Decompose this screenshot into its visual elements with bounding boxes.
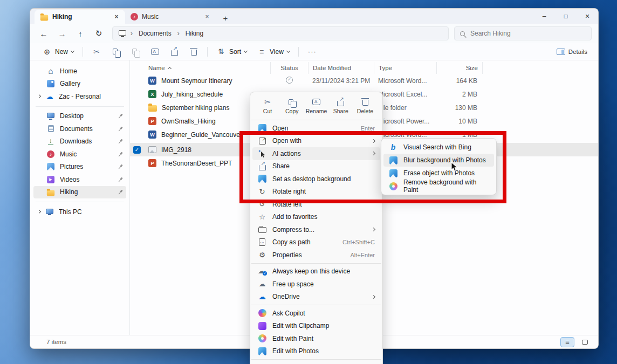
sidebar-item-videos[interactable]: Videos bbox=[33, 173, 126, 186]
submenu-chevron-icon bbox=[372, 139, 375, 143]
menu-item-add-to-favorites[interactable]: Add to favorites bbox=[252, 211, 380, 224]
cut-quick-button[interactable]: Cut bbox=[256, 96, 279, 116]
cut-button[interactable] bbox=[87, 45, 106, 59]
menu-item-rotate-left[interactable]: Rotate left bbox=[252, 198, 380, 211]
icons-view-button[interactable] bbox=[578, 337, 592, 347]
file-type: Microsoft Word... bbox=[374, 131, 436, 139]
minimize-button[interactable] bbox=[533, 9, 555, 24]
menu-item-rotate-right[interactable]: Rotate right bbox=[252, 186, 380, 198]
submenu-item-visual-search-bing[interactable]: Visual Search with Bing bbox=[383, 141, 494, 154]
music-icon bbox=[131, 13, 138, 20]
this-pc-icon bbox=[46, 209, 53, 214]
sidebar-item-downloads[interactable]: Downloads bbox=[33, 135, 126, 148]
properties-icon bbox=[258, 251, 266, 259]
share-button[interactable] bbox=[165, 45, 183, 59]
view-button[interactable]: View bbox=[252, 45, 294, 59]
sidebar-item-this-pc[interactable]: This PC bbox=[33, 205, 126, 218]
back-button[interactable]: ← bbox=[36, 26, 52, 41]
menu-item-onedrive[interactable]: OneDrive bbox=[252, 291, 380, 304]
submenu-item-erase-object-photos[interactable]: Erase object with Photos bbox=[383, 167, 494, 180]
music-icon bbox=[47, 150, 54, 158]
powerpoint-file-icon bbox=[148, 159, 156, 167]
menu-item-show-more-options[interactable]: Show more options bbox=[252, 361, 380, 364]
copy-button[interactable] bbox=[107, 45, 125, 59]
rename-button[interactable] bbox=[146, 45, 164, 59]
delete-button[interactable] bbox=[184, 45, 203, 59]
new-tab-button[interactable] bbox=[219, 12, 232, 24]
menu-item-edit-with-photos[interactable]: Edit with Photos bbox=[252, 345, 380, 358]
menu-item-set-as-desktop-background[interactable]: Set as desktop background bbox=[252, 173, 380, 186]
pin-icon bbox=[116, 176, 124, 183]
search-box[interactable] bbox=[454, 26, 592, 40]
share-icon bbox=[171, 50, 178, 56]
sidebar-item-onedrive-personal[interactable]: Zac - Personal bbox=[33, 90, 126, 103]
menu-item-ai-actions[interactable]: AI actions bbox=[252, 147, 380, 160]
menu-item-always-keep-on-device[interactable]: Always keep on this device bbox=[252, 265, 380, 278]
folder-icon bbox=[40, 15, 48, 20]
menu-item-free-up-space[interactable]: Free up space bbox=[252, 278, 380, 291]
file-row[interactable]: Mount Seymour Itinerary 23/11/2024 3:21 … bbox=[130, 74, 598, 87]
column-header-type[interactable]: Type bbox=[374, 62, 436, 74]
details-view-button[interactable] bbox=[560, 337, 574, 347]
column-header-size[interactable]: Size bbox=[436, 62, 483, 74]
sidebar-item-gallery[interactable]: Gallery bbox=[33, 78, 126, 91]
menu-item-ask-copilot[interactable]: Ask Copilot bbox=[252, 307, 380, 320]
new-button[interactable]: New bbox=[38, 45, 78, 59]
share-quick-button[interactable]: Share bbox=[329, 96, 353, 116]
rename-quick-button[interactable]: Rename bbox=[305, 96, 328, 116]
menu-item-compress-to[interactable]: Compress to... bbox=[252, 223, 380, 236]
address-bar[interactable]: Documents Hiking bbox=[112, 26, 449, 40]
column-header-status[interactable]: Status bbox=[270, 62, 308, 74]
details-pane-button[interactable]: Details bbox=[553, 49, 591, 55]
copy-quick-button[interactable]: Copy bbox=[280, 96, 304, 116]
search-input[interactable] bbox=[469, 29, 586, 38]
copy-icon bbox=[289, 99, 293, 105]
sidebar-item-home[interactable]: Home bbox=[33, 65, 126, 78]
column-header-date-modified[interactable]: Date Modified bbox=[308, 62, 374, 74]
menu-item-open-with[interactable]: Open with bbox=[252, 135, 380, 148]
menu-item-edit-with-clipchamp[interactable]: Edit with Clipchamp bbox=[252, 320, 380, 333]
up-button[interactable]: ↑ bbox=[72, 26, 88, 41]
sort-button[interactable]: Sort bbox=[212, 45, 251, 59]
gallery-icon bbox=[47, 80, 54, 87]
menu-item-open[interactable]: OpenEnter bbox=[252, 122, 380, 135]
sidebar-item-desktop[interactable]: Desktop bbox=[33, 110, 126, 123]
breadcrumb-hiking[interactable]: Hiking bbox=[183, 29, 205, 38]
file-size: 130 MB bbox=[436, 104, 483, 112]
chevron-right-icon[interactable] bbox=[37, 210, 41, 214]
checkbox-checked-icon[interactable] bbox=[133, 146, 141, 154]
desktop: Hiking Music ← → ↑ ↻ Do bbox=[0, 0, 617, 364]
pin-icon bbox=[116, 188, 124, 196]
pin-icon bbox=[116, 112, 124, 120]
submenu-item-remove-background-paint[interactable]: Remove background with Paint bbox=[383, 180, 494, 193]
forward-button[interactable]: → bbox=[54, 26, 70, 41]
window-controls bbox=[533, 9, 598, 24]
tab-music[interactable]: Music bbox=[125, 10, 216, 24]
breadcrumb-documents[interactable]: Documents bbox=[136, 29, 174, 38]
chevron-right-icon[interactable] bbox=[37, 94, 41, 98]
maximize-button[interactable] bbox=[555, 9, 577, 24]
tab-hiking[interactable]: Hiking bbox=[35, 10, 125, 24]
refresh-button[interactable]: ↻ bbox=[91, 26, 107, 41]
menu-item-copy-as-path[interactable]: Copy as pathCtrl+Shift+C bbox=[252, 236, 380, 249]
tab-label: Hiking bbox=[52, 13, 108, 20]
sidebar-item-pictures[interactable]: Pictures bbox=[33, 161, 126, 174]
sidebar-item-documents[interactable]: Documents bbox=[33, 122, 126, 135]
submenu-chevron-icon bbox=[372, 152, 375, 155]
column-header-name[interactable]: Name bbox=[144, 62, 270, 74]
menu-item-share[interactable]: Share bbox=[252, 160, 380, 173]
submenu-item-blur-background-photos[interactable]: Blur background with Photos bbox=[383, 154, 494, 167]
menu-item-properties[interactable]: PropertiesAlt+Enter bbox=[252, 249, 380, 262]
sidebar-item-hiking[interactable]: Hiking bbox=[33, 186, 126, 199]
paste-button[interactable] bbox=[126, 45, 145, 59]
excel-file-icon bbox=[148, 90, 156, 98]
sidebar-item-music[interactable]: Music bbox=[33, 148, 126, 161]
rotate-right-icon bbox=[258, 188, 266, 196]
more-options-button[interactable] bbox=[303, 45, 321, 59]
sort-ascending-icon bbox=[168, 67, 172, 71]
close-tab-icon[interactable] bbox=[112, 12, 121, 21]
menu-item-edit-with-paint[interactable]: Edit with Paint bbox=[252, 332, 380, 345]
close-button[interactable] bbox=[577, 9, 598, 24]
delete-quick-button[interactable]: Delete bbox=[353, 96, 377, 116]
close-tab-icon[interactable] bbox=[203, 12, 211, 21]
